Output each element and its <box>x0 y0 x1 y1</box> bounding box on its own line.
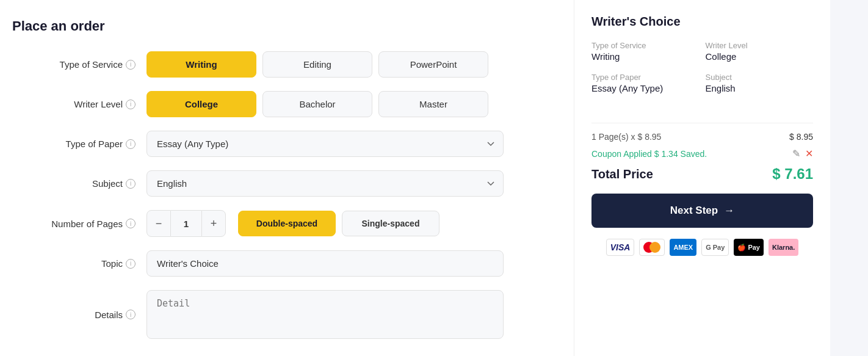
details-info-icon[interactable]: i <box>126 310 136 319</box>
summary-writer-level-label: Writer Level <box>706 41 814 50</box>
summary-writer-level-value: College <box>706 51 814 62</box>
type-of-paper-info-icon[interactable]: i <box>126 139 136 149</box>
pages-price-value: $ 8.95 <box>789 132 813 142</box>
number-of-pages-row: Number of Pages i − 1 + Double-spaced Si… <box>12 210 549 237</box>
level-college-button[interactable]: College <box>146 91 256 117</box>
sidebar-title: Writer's Choice <box>591 15 813 29</box>
mc-yellow-circle <box>649 242 660 253</box>
summary-grid: Type of Service Writing Writer Level Col… <box>591 41 813 102</box>
mastercard-circles <box>643 242 660 253</box>
page-title: Place an order <box>12 18 549 34</box>
gpay-icon: G Pay <box>701 239 729 256</box>
type-of-paper-select[interactable]: Essay (Any Type) Research Paper Term Pap… <box>146 131 504 157</box>
summary-type-of-paper-value: Essay (Any Type) <box>591 83 700 93</box>
type-of-paper-label: Type of Paper i <box>12 139 146 149</box>
type-of-service-options: Writing Editing PowerPoint <box>146 51 488 78</box>
pages-calc-label: 1 Page(s) x $ 8.95 <box>591 132 661 142</box>
number-of-pages-info-icon[interactable]: i <box>126 219 136 228</box>
topic-input[interactable] <box>146 250 504 277</box>
total-price-value: $ 7.61 <box>772 165 813 183</box>
amex-icon: AMEX <box>670 239 696 256</box>
topic-label: Topic i <box>12 258 146 269</box>
coupon-text: Coupon Applied $ 1.34 Saved. <box>591 149 707 159</box>
sidebar: Writer's Choice Type of Service Writing … <box>574 0 830 356</box>
topic-row: Topic i <box>12 250 549 277</box>
type-of-service-label: Type of Service i <box>12 59 146 70</box>
mastercard-icon <box>639 239 665 256</box>
double-spaced-button[interactable]: Double-spaced <box>238 211 336 236</box>
writer-level-label: Writer Level i <box>12 99 146 109</box>
main-panel: Place an order Type of Service i Writing… <box>0 0 574 356</box>
summary-type-of-service-label: Type of Service <box>591 41 700 50</box>
subject-select[interactable]: English History Math <box>146 170 504 197</box>
subject-info-icon[interactable]: i <box>126 179 136 189</box>
service-writing-button[interactable]: Writing <box>146 51 256 78</box>
writer-level-options: College Bachelor Master <box>146 91 488 117</box>
writer-level-row: Writer Level i College Bachelor Master <box>12 91 549 117</box>
coupon-remove-icon[interactable]: ✕ <box>805 148 813 159</box>
coupon-edit-icon[interactable]: ✎ <box>792 148 800 159</box>
type-of-service-info-icon[interactable]: i <box>126 60 136 70</box>
summary-subject-label-cell: Subject English <box>706 73 814 102</box>
klarna-icon: Klarna. <box>769 239 798 256</box>
summary-type-of-paper-label-cell: Type of Paper Essay (Any Type) <box>591 73 700 102</box>
summary-subject-label: Subject <box>706 73 814 82</box>
subject-row: Subject i English History Math <box>12 170 549 197</box>
next-step-label: Next Step <box>670 205 718 217</box>
payment-icons: VISA AMEX G Pay 🍎 Pay Klarna. <box>591 239 813 256</box>
divider-1 <box>591 123 813 123</box>
subject-label: Subject i <box>12 178 146 189</box>
writer-level-info-icon[interactable]: i <box>126 100 136 109</box>
visa-icon: VISA <box>606 239 635 256</box>
details-label: Details i <box>12 310 146 320</box>
coupon-actions: ✎ ✕ <box>792 148 813 159</box>
pages-price-row: 1 Page(s) x $ 8.95 $ 8.95 <box>591 132 813 142</box>
service-editing-button[interactable]: Editing <box>262 51 372 78</box>
topic-info-icon[interactable]: i <box>126 259 136 269</box>
next-step-arrow: → <box>724 205 734 217</box>
pages-increment-button[interactable]: + <box>201 210 226 237</box>
level-master-button[interactable]: Master <box>378 91 488 117</box>
total-price-label: Total Price <box>591 167 653 181</box>
coupon-row: Coupon Applied $ 1.34 Saved. ✎ ✕ <box>591 148 813 159</box>
summary-type-of-service-label-cell: Type of Service Writing <box>591 41 700 70</box>
details-textarea[interactable] <box>146 290 504 339</box>
summary-type-of-paper-label: Type of Paper <box>591 73 700 82</box>
number-of-pages-label: Number of Pages i <box>12 219 146 229</box>
pages-decrement-button[interactable]: − <box>146 210 171 237</box>
service-powerpoint-button[interactable]: PowerPoint <box>378 51 488 78</box>
apple-pay-icon: 🍎 Pay <box>734 239 764 256</box>
pages-input[interactable]: 1 <box>171 210 201 237</box>
summary-type-of-service-value: Writing <box>591 51 700 62</box>
next-step-button[interactable]: Next Step → <box>591 194 813 228</box>
details-row: Details i <box>12 290 549 339</box>
type-of-service-row: Type of Service i Writing Editing PowerP… <box>12 51 549 78</box>
total-price-row: Total Price $ 7.61 <box>591 165 813 183</box>
single-spaced-button[interactable]: Single-spaced <box>342 211 439 236</box>
summary-writer-level-label-cell: Writer Level College <box>706 41 814 70</box>
type-of-paper-row: Type of Paper i Essay (Any Type) Researc… <box>12 131 549 157</box>
pages-control: − 1 + <box>146 210 226 237</box>
summary-subject-value: English <box>706 83 814 93</box>
level-bachelor-button[interactable]: Bachelor <box>262 91 372 117</box>
